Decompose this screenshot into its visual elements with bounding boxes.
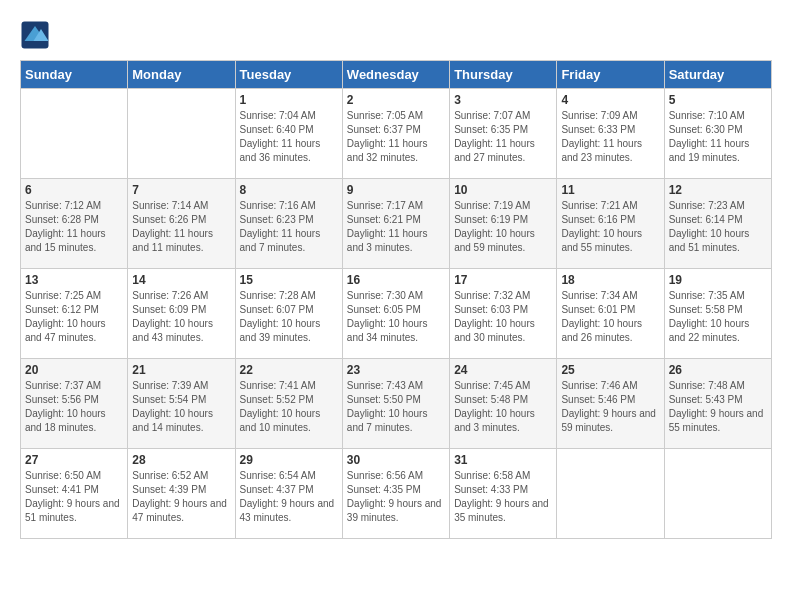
day-info: Sunrise: 7:09 AM Sunset: 6:33 PM Dayligh…	[561, 109, 659, 165]
logo-icon	[20, 20, 50, 50]
calendar-cell: 15Sunrise: 7:28 AM Sunset: 6:07 PM Dayli…	[235, 269, 342, 359]
day-number: 10	[454, 183, 552, 197]
calendar-cell: 7Sunrise: 7:14 AM Sunset: 6:26 PM Daylig…	[128, 179, 235, 269]
calendar-cell: 20Sunrise: 7:37 AM Sunset: 5:56 PM Dayli…	[21, 359, 128, 449]
day-number: 30	[347, 453, 445, 467]
day-number: 24	[454, 363, 552, 377]
day-info: Sunrise: 6:50 AM Sunset: 4:41 PM Dayligh…	[25, 469, 123, 525]
day-number: 26	[669, 363, 767, 377]
day-info: Sunrise: 7:46 AM Sunset: 5:46 PM Dayligh…	[561, 379, 659, 435]
day-number: 20	[25, 363, 123, 377]
day-number: 1	[240, 93, 338, 107]
day-number: 17	[454, 273, 552, 287]
calendar-cell: 17Sunrise: 7:32 AM Sunset: 6:03 PM Dayli…	[450, 269, 557, 359]
day-info: Sunrise: 7:43 AM Sunset: 5:50 PM Dayligh…	[347, 379, 445, 435]
logo	[20, 20, 54, 50]
day-number: 18	[561, 273, 659, 287]
day-info: Sunrise: 6:58 AM Sunset: 4:33 PM Dayligh…	[454, 469, 552, 525]
weekday-header-saturday: Saturday	[664, 61, 771, 89]
calendar-cell: 10Sunrise: 7:19 AM Sunset: 6:19 PM Dayli…	[450, 179, 557, 269]
day-info: Sunrise: 6:52 AM Sunset: 4:39 PM Dayligh…	[132, 469, 230, 525]
calendar-cell: 28Sunrise: 6:52 AM Sunset: 4:39 PM Dayli…	[128, 449, 235, 539]
calendar-cell: 9Sunrise: 7:17 AM Sunset: 6:21 PM Daylig…	[342, 179, 449, 269]
day-info: Sunrise: 7:26 AM Sunset: 6:09 PM Dayligh…	[132, 289, 230, 345]
day-info: Sunrise: 7:12 AM Sunset: 6:28 PM Dayligh…	[25, 199, 123, 255]
day-number: 28	[132, 453, 230, 467]
day-number: 27	[25, 453, 123, 467]
calendar-week-row: 27Sunrise: 6:50 AM Sunset: 4:41 PM Dayli…	[21, 449, 772, 539]
weekday-header-tuesday: Tuesday	[235, 61, 342, 89]
calendar-cell	[557, 449, 664, 539]
day-info: Sunrise: 7:14 AM Sunset: 6:26 PM Dayligh…	[132, 199, 230, 255]
day-info: Sunrise: 7:04 AM Sunset: 6:40 PM Dayligh…	[240, 109, 338, 165]
calendar-cell: 22Sunrise: 7:41 AM Sunset: 5:52 PM Dayli…	[235, 359, 342, 449]
day-info: Sunrise: 7:32 AM Sunset: 6:03 PM Dayligh…	[454, 289, 552, 345]
day-number: 5	[669, 93, 767, 107]
calendar-cell: 8Sunrise: 7:16 AM Sunset: 6:23 PM Daylig…	[235, 179, 342, 269]
day-info: Sunrise: 7:23 AM Sunset: 6:14 PM Dayligh…	[669, 199, 767, 255]
calendar-cell: 13Sunrise: 7:25 AM Sunset: 6:12 PM Dayli…	[21, 269, 128, 359]
calendar-table: SundayMondayTuesdayWednesdayThursdayFrid…	[20, 60, 772, 539]
day-number: 31	[454, 453, 552, 467]
page-header	[20, 20, 772, 50]
day-number: 29	[240, 453, 338, 467]
calendar-cell: 26Sunrise: 7:48 AM Sunset: 5:43 PM Dayli…	[664, 359, 771, 449]
day-info: Sunrise: 7:39 AM Sunset: 5:54 PM Dayligh…	[132, 379, 230, 435]
day-number: 21	[132, 363, 230, 377]
day-info: Sunrise: 7:21 AM Sunset: 6:16 PM Dayligh…	[561, 199, 659, 255]
calendar-cell: 24Sunrise: 7:45 AM Sunset: 5:48 PM Dayli…	[450, 359, 557, 449]
calendar-cell	[21, 89, 128, 179]
calendar-cell: 30Sunrise: 6:56 AM Sunset: 4:35 PM Dayli…	[342, 449, 449, 539]
calendar-cell: 11Sunrise: 7:21 AM Sunset: 6:16 PM Dayli…	[557, 179, 664, 269]
weekday-header-friday: Friday	[557, 61, 664, 89]
calendar-week-row: 20Sunrise: 7:37 AM Sunset: 5:56 PM Dayli…	[21, 359, 772, 449]
day-number: 8	[240, 183, 338, 197]
day-number: 25	[561, 363, 659, 377]
calendar-cell	[664, 449, 771, 539]
day-info: Sunrise: 7:19 AM Sunset: 6:19 PM Dayligh…	[454, 199, 552, 255]
day-number: 3	[454, 93, 552, 107]
day-number: 7	[132, 183, 230, 197]
weekday-header-sunday: Sunday	[21, 61, 128, 89]
day-info: Sunrise: 7:48 AM Sunset: 5:43 PM Dayligh…	[669, 379, 767, 435]
calendar-cell: 25Sunrise: 7:46 AM Sunset: 5:46 PM Dayli…	[557, 359, 664, 449]
day-info: Sunrise: 7:05 AM Sunset: 6:37 PM Dayligh…	[347, 109, 445, 165]
calendar-cell: 4Sunrise: 7:09 AM Sunset: 6:33 PM Daylig…	[557, 89, 664, 179]
day-info: Sunrise: 7:37 AM Sunset: 5:56 PM Dayligh…	[25, 379, 123, 435]
calendar-cell: 2Sunrise: 7:05 AM Sunset: 6:37 PM Daylig…	[342, 89, 449, 179]
day-number: 14	[132, 273, 230, 287]
calendar-cell	[128, 89, 235, 179]
day-info: Sunrise: 7:17 AM Sunset: 6:21 PM Dayligh…	[347, 199, 445, 255]
calendar-cell: 6Sunrise: 7:12 AM Sunset: 6:28 PM Daylig…	[21, 179, 128, 269]
weekday-header-monday: Monday	[128, 61, 235, 89]
calendar-cell: 3Sunrise: 7:07 AM Sunset: 6:35 PM Daylig…	[450, 89, 557, 179]
weekday-header-thursday: Thursday	[450, 61, 557, 89]
calendar-cell: 29Sunrise: 6:54 AM Sunset: 4:37 PM Dayli…	[235, 449, 342, 539]
day-number: 6	[25, 183, 123, 197]
day-info: Sunrise: 7:30 AM Sunset: 6:05 PM Dayligh…	[347, 289, 445, 345]
day-info: Sunrise: 7:07 AM Sunset: 6:35 PM Dayligh…	[454, 109, 552, 165]
day-number: 15	[240, 273, 338, 287]
day-number: 16	[347, 273, 445, 287]
calendar-week-row: 13Sunrise: 7:25 AM Sunset: 6:12 PM Dayli…	[21, 269, 772, 359]
day-number: 9	[347, 183, 445, 197]
calendar-cell: 12Sunrise: 7:23 AM Sunset: 6:14 PM Dayli…	[664, 179, 771, 269]
day-number: 2	[347, 93, 445, 107]
day-number: 11	[561, 183, 659, 197]
calendar-cell: 18Sunrise: 7:34 AM Sunset: 6:01 PM Dayli…	[557, 269, 664, 359]
day-number: 22	[240, 363, 338, 377]
calendar-cell: 14Sunrise: 7:26 AM Sunset: 6:09 PM Dayli…	[128, 269, 235, 359]
calendar-week-row: 1Sunrise: 7:04 AM Sunset: 6:40 PM Daylig…	[21, 89, 772, 179]
calendar-cell: 31Sunrise: 6:58 AM Sunset: 4:33 PM Dayli…	[450, 449, 557, 539]
calendar-cell: 19Sunrise: 7:35 AM Sunset: 5:58 PM Dayli…	[664, 269, 771, 359]
day-info: Sunrise: 7:10 AM Sunset: 6:30 PM Dayligh…	[669, 109, 767, 165]
day-info: Sunrise: 7:35 AM Sunset: 5:58 PM Dayligh…	[669, 289, 767, 345]
calendar-week-row: 6Sunrise: 7:12 AM Sunset: 6:28 PM Daylig…	[21, 179, 772, 269]
calendar-cell: 27Sunrise: 6:50 AM Sunset: 4:41 PM Dayli…	[21, 449, 128, 539]
calendar-cell: 21Sunrise: 7:39 AM Sunset: 5:54 PM Dayli…	[128, 359, 235, 449]
day-info: Sunrise: 7:16 AM Sunset: 6:23 PM Dayligh…	[240, 199, 338, 255]
day-info: Sunrise: 7:45 AM Sunset: 5:48 PM Dayligh…	[454, 379, 552, 435]
day-number: 12	[669, 183, 767, 197]
day-info: Sunrise: 6:56 AM Sunset: 4:35 PM Dayligh…	[347, 469, 445, 525]
day-info: Sunrise: 7:34 AM Sunset: 6:01 PM Dayligh…	[561, 289, 659, 345]
